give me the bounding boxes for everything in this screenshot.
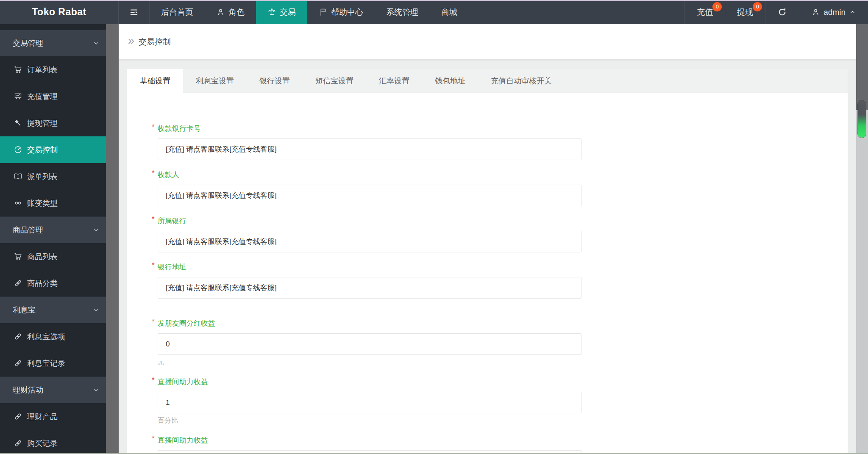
link-icon	[14, 439, 22, 448]
user-menu[interactable]: admin	[799, 0, 868, 24]
chevron-down-icon	[92, 306, 100, 314]
sidebar-group-label: 商品管理	[13, 225, 43, 235]
brand-logo: Toko Rabat	[0, 0, 119, 24]
nav-item-mall[interactable]: 商城	[430, 0, 469, 24]
page-scrollbar[interactable]	[856, 24, 868, 454]
chart-board-icon	[14, 92, 22, 101]
nav-item-label: 帮助中心	[331, 7, 363, 18]
withdraw-button[interactable]: 提现 0	[725, 0, 765, 24]
menu-toggle-icon	[129, 8, 139, 17]
tab-exchange-rate-settings[interactable]: 汇率设置	[366, 69, 422, 93]
field-label: * 收款银行卡号	[152, 123, 848, 133]
form-field-bank-card-number: * 收款银行卡号	[152, 123, 848, 160]
moments-dividend-input[interactable]	[158, 333, 581, 355]
withdraw-label: 提现	[737, 7, 753, 18]
field-label: * 直播间助力收益	[152, 376, 848, 387]
bank-name-input[interactable]	[158, 231, 581, 252]
sidebar-item-label: 商品列表	[27, 252, 58, 262]
required-asterisk: *	[152, 318, 155, 326]
sidebar-item-label: 派单列表	[27, 172, 58, 182]
link-icon	[14, 412, 22, 421]
form-field-bank-address: * 银行地址	[152, 262, 848, 299]
nav-item-label: 商城	[441, 7, 457, 18]
chevron-down-icon	[92, 39, 100, 47]
nav-right-group: 充值 0 提现 0 admin	[684, 0, 868, 24]
form-field-bank-name: * 所属银行	[152, 216, 848, 252]
tab-sms-settings[interactable]: 短信宝设置	[303, 69, 366, 93]
link-icon	[14, 332, 22, 341]
sidebar-item-finance-products[interactable]: 理财产品	[0, 403, 106, 430]
sidebar-item-recharge-manage[interactable]: 充值管理	[0, 83, 106, 110]
sidebar-item-goods-list[interactable]: 商品列表	[0, 243, 106, 270]
tab-label: 短信宝设置	[315, 76, 353, 86]
sidebar-group-goods-manage[interactable]: 商品管理	[0, 216, 106, 243]
refresh-icon	[777, 7, 787, 17]
user-icon	[216, 8, 225, 17]
sidebar-item-account-change-type[interactable]: 账变类型	[0, 190, 106, 216]
sidebar-scrollbar[interactable]	[106, 24, 119, 454]
tab-label: 充值自动审核开关	[491, 76, 552, 86]
nav-item-dashboard[interactable]: 后台首页	[150, 0, 205, 24]
refresh-button[interactable]	[765, 0, 799, 24]
scales-icon	[267, 8, 276, 17]
tab-interest-settings[interactable]: 利息宝设置	[183, 69, 247, 93]
main-menu: 后台首页 角色 交易 帮助中心 系统管理 商城	[150, 0, 469, 24]
field-hint: 百分比	[158, 416, 848, 426]
form-field-live-boost-income-1: * 直播间助力收益 百分比	[152, 376, 848, 426]
trade-control-card: 基础设置 利息宝设置 银行设置 短信宝设置 汇率设置 钱包地址 充值自动审核开关…	[127, 69, 848, 454]
sidebar-item-order-list[interactable]: 订单列表	[0, 56, 106, 83]
nav-item-help-center[interactable]: 帮助中心	[307, 0, 375, 24]
field-label: * 发朋友圈分红收益	[152, 318, 848, 328]
tab-label: 利息宝设置	[196, 76, 234, 86]
book-icon	[14, 172, 22, 181]
sidebar-item-label: 利息宝记录	[27, 358, 65, 368]
tab-wallet-address[interactable]: 钱包地址	[422, 69, 478, 93]
sidebar-group-interest-treasure[interactable]: 利息宝	[0, 296, 106, 323]
sidebar-item-label: 交易控制	[27, 145, 58, 155]
payee-input[interactable]	[158, 185, 581, 206]
nav-item-trade[interactable]: 交易	[256, 0, 307, 24]
sidebar-item-dispatch-list[interactable]: 派单列表	[0, 163, 106, 190]
sidebar-toggle-button[interactable]	[119, 0, 150, 24]
required-asterisk: *	[152, 123, 155, 131]
scrollbar-thumb[interactable]	[858, 100, 866, 138]
sidebar-item-label: 理财产品	[27, 412, 58, 422]
link-icon	[14, 359, 22, 368]
sidebar-item-interest-records[interactable]: 利息宝记录	[0, 350, 106, 376]
sidebar-group-trade-manage[interactable]: 交易管理	[0, 30, 106, 56]
tab-auto-audit-switch[interactable]: 充值自动审核开关	[478, 69, 565, 93]
field-label: * 收款人	[152, 169, 848, 180]
nav-item-label: 角色	[228, 7, 245, 18]
bank-card-number-input[interactable]	[158, 138, 581, 160]
nav-item-system-manage[interactable]: 系统管理	[375, 0, 430, 24]
user-icon	[811, 8, 820, 17]
sidebar-item-interest-options[interactable]: 利息宝选项	[0, 323, 106, 350]
tab-label: 基础设置	[140, 76, 170, 86]
link-icon	[14, 279, 22, 288]
sidebar-item-goods-category[interactable]: 商品分类	[0, 270, 106, 296]
required-asterisk: *	[152, 435, 155, 443]
basic-settings-form: * 收款银行卡号 * 收款人 * 所属银行	[127, 93, 848, 454]
bank-address-input[interactable]	[158, 277, 581, 299]
tab-bank-settings[interactable]: 银行设置	[247, 69, 303, 93]
nav-item-label: 系统管理	[386, 7, 418, 18]
cart-icon	[14, 65, 22, 74]
tab-basic-settings[interactable]: 基础设置	[127, 69, 183, 93]
field-hint: 元	[158, 358, 848, 367]
sidebar-item-label: 账变类型	[27, 198, 58, 208]
infinity-icon	[14, 199, 22, 208]
sidebar-item-withdraw-manage[interactable]: 提现管理	[0, 110, 106, 136]
chevron-down-icon	[92, 226, 100, 234]
gavel-icon	[14, 119, 22, 127]
recharge-button[interactable]: 充值 0	[684, 0, 725, 24]
tab-label: 汇率设置	[379, 76, 409, 86]
sidebar-item-label: 订单列表	[27, 65, 58, 75]
sidebar-item-trade-control[interactable]: 交易控制	[0, 136, 106, 163]
live-boost-income-input[interactable]	[158, 392, 581, 413]
tab-label: 银行设置	[259, 76, 290, 86]
sidebar-item-purchase-records[interactable]: 购买记录	[0, 430, 106, 454]
window-top-edge	[0, 0, 868, 1]
sidebar-group-finance-activity[interactable]: 理财活动	[0, 376, 106, 403]
gauge-icon	[14, 145, 22, 154]
nav-item-roles[interactable]: 角色	[205, 0, 256, 24]
